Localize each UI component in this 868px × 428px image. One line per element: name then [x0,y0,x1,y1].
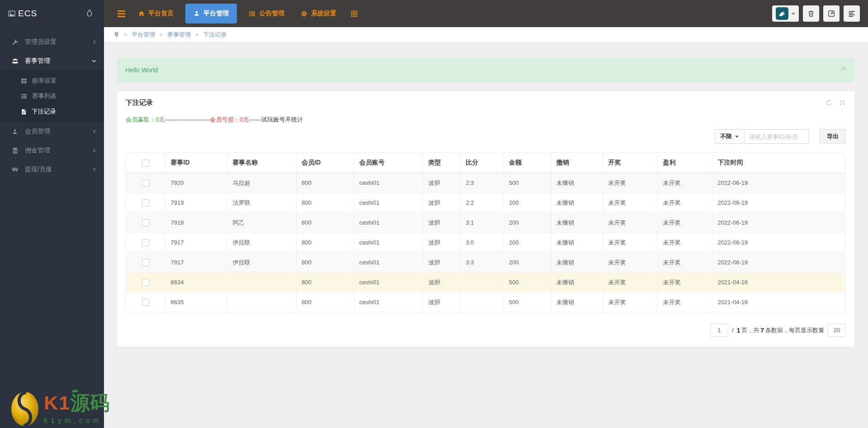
sidebar-item-odds-settings[interactable]: 赔率设置 [0,73,104,89]
table-cell: 2022-06-19 [712,233,846,253]
nav-item-platform-manage[interactable]: 平台管理 [185,4,237,24]
table-cell: 未开奖 [658,173,712,193]
grid-icon [21,78,27,84]
column-header: 会员账号 [354,153,423,173]
loss-value: 0元 [240,116,249,123]
table-cell: 800 [297,173,354,193]
export-button[interactable]: 导出 [820,129,846,144]
table-cell: 波胆 [423,233,461,253]
sidebar-item-match-manage[interactable]: 赛事管理 [0,52,104,71]
panel-header: 下注记录 [117,91,854,114]
table-cell: 2:2 [461,193,504,213]
breadcrumb-link-bet-records[interactable]: 下注记录 [203,31,226,39]
table-cell: 800 [297,273,354,292]
table-cell: 200 [504,233,551,253]
sidebar-toggle-icon[interactable] [112,0,130,27]
breadcrumb-link-match[interactable]: 赛事管理 [167,31,191,39]
file-icon [21,108,27,115]
table-cell: 200 [504,213,551,233]
type-filter-dropdown[interactable]: 不限 [714,129,745,144]
alert-banner: Hello World × [117,58,854,82]
column-header: 会员ID [297,153,354,173]
apps-grid-icon[interactable] [344,10,364,17]
refresh-icon[interactable] [826,99,832,106]
sidebar-item-withdraw-deposit[interactable]: ₩ 提现/充值 [0,160,104,179]
list-button[interactable] [844,5,860,22]
table-row[interactable]: 7917 伊拉联 800 ceshi01 波胆 3:0 200 未撤销 未开奖 … [126,233,846,253]
watermark: K1 源码 k1ym.com [11,391,109,427]
person-icon [11,128,19,135]
table-cell: 未撤销 [551,173,603,193]
stats-note: 试玩账号不统计 [261,116,303,123]
external-link-button[interactable] [823,5,840,22]
table-row[interactable]: 7919 法罗联 800 ceshi01 波胆 2:2 200 未撤销 未开奖 … [126,193,846,213]
table-row[interactable]: 6634 800 ceshi01 波胆 500 未撤销 未开奖 未开奖 2021… [126,273,846,292]
row-checkbox[interactable] [142,179,149,187]
row-checkbox[interactable] [142,279,149,286]
per-page-input[interactable] [828,324,846,337]
caret-down-icon [735,136,739,138]
table-cell [461,273,504,292]
droplet-icon[interactable] [86,9,93,17]
row-checkbox[interactable] [142,259,149,266]
won-icon: ₩ [11,166,19,173]
gear-icon [301,10,307,17]
loss-label: 会员亏损： [210,116,240,123]
table-cell: 800 [297,292,354,312]
table-cell: ceshi01 [354,213,423,233]
sidebar-item-bet-records[interactable]: 下注记录 [0,104,104,119]
select-all-checkbox[interactable] [142,160,149,167]
sidebar-item-admin-settings[interactable]: 管理员设置 [0,33,104,52]
skin-switcher-button[interactable] [772,5,799,22]
column-header: 类型 [423,153,461,173]
table-cell: 伊拉联 [227,233,297,253]
nav-item-platform-home[interactable]: 平台首页 [130,0,182,27]
bet-records-table: 赛事ID 赛事名称 会员ID 会员账号 类型 比分 金额 撤销 开奖 盈利 下注… [126,152,846,312]
table-cell: 法罗联 [227,193,297,213]
table-cell: 3:0 [461,233,504,253]
user-icon [193,10,200,17]
page-number-input[interactable] [710,324,728,337]
search-input[interactable] [745,129,809,144]
main-content: > 平台管理 > 赛事管理 > 下注记录 Hello World × 下注记录 … [104,27,868,428]
sidebar-item-member-manage[interactable]: 会员管理 [0,122,104,141]
nav-item-announcement[interactable]: 公告管理 [241,0,292,27]
table-cell: 未开奖 [603,173,658,193]
caret-down-icon [792,13,795,15]
trash-icon [807,10,815,17]
chevron-left-icon [92,129,97,134]
table-cell: 800 [297,253,354,273]
nav-item-system-settings[interactable]: 系统设置 [292,0,344,27]
crown-icon [71,388,79,393]
row-checkbox[interactable] [142,199,149,207]
table-cell: 500 [504,173,551,193]
table-cell: 未开奖 [603,213,658,233]
brand-name: ECS [18,9,37,19]
navbar-main: 平台首页 平台管理 公告管理 系统设置 [104,0,868,27]
bet-records-panel: 下注记录 会员赢取：0元----------------------会员亏损：0… [117,91,854,347]
table-row[interactable]: 7918 阿乙 800 ceshi01 波胆 3:1 200 未撤销 未开奖 未… [126,213,846,233]
trash-button[interactable] [803,5,819,22]
alert-close-icon[interactable]: × [841,63,846,73]
table-cell: 未开奖 [658,273,712,292]
table-cell: 未开奖 [658,292,712,312]
table-row[interactable]: 7917 伊拉联 800 ceshi01 波胆 3:3 200 未撤销 未开奖 … [126,253,846,273]
table-row[interactable]: 7920 乌拉超 800 ceshi01 波胆 2:3 500 未撤销 未开奖 … [126,173,846,193]
sidebar-item-match-list[interactable]: 赛事列表 [0,89,104,104]
sidebar-item-commission-manage[interactable]: 佣金管理 [0,141,104,160]
row-checkbox[interactable] [142,219,149,226]
table-cell: 未开奖 [603,253,658,273]
column-header: 开奖 [603,153,658,173]
column-header: 下注时间 [712,153,846,173]
home-icon [138,10,145,17]
breadcrumb-link-platform[interactable]: 平台管理 [132,31,155,39]
expand-icon[interactable] [839,99,846,106]
brand[interactable]: ECS [0,0,104,27]
row-checkbox[interactable] [142,299,149,306]
table-cell: 7919 [165,193,227,213]
table-cell: 未撤销 [551,292,603,312]
row-checkbox[interactable] [142,239,149,246]
breadcrumb: > 平台管理 > 赛事管理 > 下注记录 [104,27,868,42]
table-cell: 未撤销 [551,213,603,233]
table-row[interactable]: 6635 800 ceshi01 波胆 500 未撤销 未开奖 未开奖 2021… [126,292,846,312]
